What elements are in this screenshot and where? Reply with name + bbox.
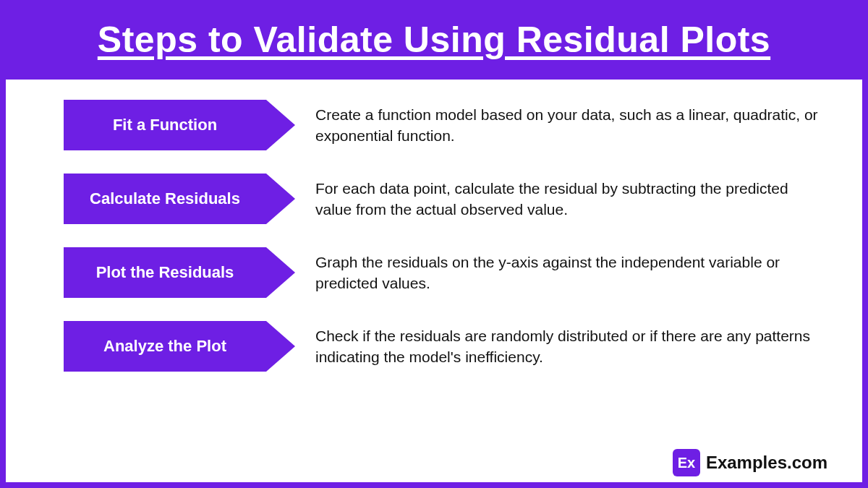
step-label: Fit a Function: [64, 100, 266, 150]
arrow-head-icon: [266, 100, 295, 150]
step-arrow: Calculate Residuals: [64, 174, 295, 224]
step-description: For each data point, calculate the resid…: [295, 178, 819, 221]
step-label: Plot the Residuals: [64, 247, 266, 298]
page-title: Steps to Validate Using Residual Plots: [13, 19, 855, 61]
step-row: Analyze the Plot Check if the residuals …: [64, 321, 819, 372]
step-arrow: Fit a Function: [64, 100, 295, 150]
brand-footer: Ex Examples.com: [673, 449, 827, 476]
step-arrow: Analyze the Plot: [64, 321, 295, 372]
brand-name: Examples.com: [706, 453, 827, 473]
step-label: Analyze the Plot: [64, 321, 266, 372]
step-row: Fit a Function Create a function model b…: [64, 100, 819, 150]
arrow-head-icon: [266, 174, 295, 224]
step-row: Plot the Residuals Graph the residuals o…: [64, 247, 819, 298]
brand-logo-icon: Ex: [673, 449, 700, 476]
step-label: Calculate Residuals: [64, 174, 266, 224]
arrow-head-icon: [266, 321, 295, 372]
diagram-frame: Steps to Validate Using Residual Plots F…: [0, 0, 868, 488]
step-description: Check if the residuals are randomly dist…: [295, 325, 819, 368]
header: Steps to Validate Using Residual Plots: [6, 6, 862, 80]
content-area: Fit a Function Create a function model b…: [6, 80, 862, 482]
step-row: Calculate Residuals For each data point,…: [64, 174, 819, 224]
arrow-head-icon: [266, 247, 295, 298]
step-description: Graph the residuals on the y-axis agains…: [295, 252, 819, 294]
step-arrow: Plot the Residuals: [64, 247, 295, 298]
step-description: Create a function model based on your da…: [295, 104, 819, 147]
